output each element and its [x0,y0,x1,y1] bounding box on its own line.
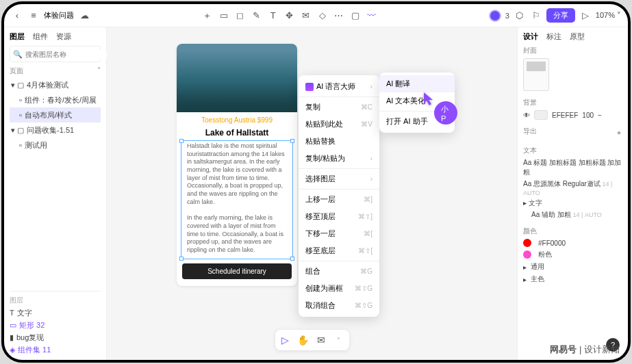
cursor-icon [423,92,435,109]
pen-icon[interactable]: ✎ [251,10,263,22]
component-icon[interactable]: ◇ [316,10,329,22]
tab-annotate[interactable]: 标注 [546,31,561,42]
tab-components[interactable]: 组件 [33,31,48,42]
bg-label: 背景 [523,98,622,107]
tree-folder[interactable]: ▾ ▢ 4月体验测试 [10,77,101,92]
right-tabs: 设计 标注 原型 [523,31,622,42]
ctx-move-top[interactable]: 移至顶层⌘⇧] [299,208,379,225]
tree-item[interactable]: ▫ 测试用 [10,138,101,153]
comment-icon[interactable]: ✉ [300,10,312,22]
ctx-copy-paste-as[interactable]: 复制/粘贴为› [299,150,379,167]
color-item[interactable]: #FF0000 [523,239,622,247]
color-group[interactable]: ▸ 主色 [523,274,622,284]
comment-tool-icon[interactable]: ✉ [314,333,329,348]
ctx-ai-master[interactable]: AI 语言大师› [299,78,379,95]
search-icon: 🔍 [13,48,23,60]
move-icon[interactable]: ✥ [283,10,296,22]
layer-item[interactable]: ▭矩形 32 [10,319,101,331]
text-style[interactable]: Aa 辅助 加粗 14 | AUTO [523,210,622,220]
left-panel: 图层 组件 资源 🔍 ⧉ 页面 ˅ ▾ ▢ 4月体验测试 ▫ 组件：春玲/发长/… [4,27,107,360]
topbar: ‹ ≡ 体验问题 ☁ ＋ ▭ ◻ ✎ T ✥ ✉ ◇ ⋯ ▢ 〰 3 ⬡ ⚐ 分… [4,4,628,27]
color-item[interactable]: 粉色 [523,250,622,259]
add-icon[interactable]: ＋ [201,10,214,22]
card-button[interactable]: Scheduled itinerary [182,263,292,279]
menu-icon[interactable]: ≡ [27,10,40,22]
layer-list: 图层 T文字 ▭矩形 32 ▮bug复现 ◈组件集 11 [10,291,101,356]
tab-assets[interactable]: 资源 [56,31,71,42]
add-export-icon[interactable]: ＋ [616,128,622,138]
canvas[interactable]: Toesstong Austria $999 Lake of Hallstatt… [107,27,517,360]
cursor-label: 小P [434,101,457,125]
layer-item[interactable]: ◈组件集 11 [10,343,101,356]
card-title: Lake of Hallstatt [177,128,297,138]
colors-label: 颜色 [523,226,622,236]
tree-item[interactable]: ▫ 组件：春玲/发长/周展 [10,92,101,107]
context-menu: AI 语言大师› 复制⌘C 粘贴到此处⌘V 粘贴替换 复制/粘贴为› 选择图层›… [299,75,379,317]
user-count: 3 [505,12,509,20]
tab-design[interactable]: 设计 [523,31,538,42]
marker-icon[interactable]: ⬡ [514,10,526,22]
layer-tree: ▾ ▢ 4月体验测试 ▫ 组件：春玲/发长/周展 ▫ 自动布局/样式 ▾ ▢ 问… [10,77,101,291]
pin-icon[interactable]: ⚐ [530,10,542,22]
layer-item[interactable]: ▮bug复现 [10,331,101,343]
right-panel: 设计 标注 原型 封面 背景 👁 EFEFEF 100 − 导出＋ [517,27,628,360]
ctx-paste-replace[interactable]: 粘贴替换 [299,133,379,150]
text-style[interactable]: Aa 思源黑体 Regular邀试 14 | AUTO [523,179,622,196]
card-body-selected[interactable]: Halstadt lake is the most spiritual tour… [181,140,293,259]
text-icon[interactable]: T [267,10,279,22]
frame-icon[interactable]: ▭ [218,10,230,22]
bg-opacity[interactable]: 100 [582,112,594,119]
pages-label: 页面 [10,66,23,76]
artboard-card[interactable]: Toesstong Austria $999 Lake of Hallstatt… [177,44,297,286]
ai-icon[interactable]: 〰 [366,10,378,22]
ctx-group[interactable]: 组合⌘G [299,263,379,280]
ctx-move-up[interactable]: 上移一层⌘] [299,191,379,208]
ctx-move-down[interactable]: 下移一层⌘[ [299,225,379,242]
remove-icon[interactable]: − [598,112,602,119]
ctx-make-frame[interactable]: 创建为画框⌘⇧G [299,280,379,297]
card-image [177,44,297,112]
search-input[interactable]: 🔍 ⧉ [10,46,101,62]
card-subtitle: Toesstong Austria $999 [181,116,293,124]
tab-layers[interactable]: 图层 [10,31,25,42]
avatar[interactable] [489,10,501,22]
ctx-ungroup[interactable]: 取消组合⌘⇧G [299,297,379,314]
canvas-icon[interactable]: ▢ [349,10,362,22]
ctx-select-layer[interactable]: 选择图层› [299,170,379,187]
watermark: 网易号 | 设计新知 [550,343,620,356]
layer-item[interactable]: T文字 [10,307,101,319]
share-button[interactable]: 分享 [546,8,575,23]
ctx-move-bottom[interactable]: 移至底层⌘⇧[ [299,242,379,259]
export-label: 导出 [523,127,537,136]
text-sub-label: ▸ 文字 [523,198,622,208]
tab-proto[interactable]: 原型 [570,31,585,42]
cover-label: 封面 [523,46,622,55]
cloud-icon: ☁ [78,10,90,22]
zoom-level[interactable]: 107% ˅ [596,11,621,20]
bottom-toolbar: ▷ ✋ ✉ ˅ [275,330,349,350]
pages-toggle[interactable]: ˅ [97,66,101,76]
ctx-paste-here[interactable]: 粘贴到此处⌘V [299,116,379,133]
more-icon[interactable]: ⋯ [333,10,345,22]
hand-tool-icon[interactable]: ✋ [296,333,311,348]
back-icon[interactable]: ‹ [11,10,23,22]
doc-title[interactable]: 体验问题 [44,10,74,21]
tree-item-selected[interactable]: ▫ 自动布局/样式 [10,107,101,122]
text-style[interactable]: Aa 标题 加粗标题 加粗标题 加加粗 [523,158,622,177]
text-label: 文本 [523,146,622,155]
visibility-icon[interactable]: 👁 [523,112,530,119]
shape-icon[interactable]: ◻ [234,10,247,22]
tree-folder[interactable]: ▾ ▢ 问题收集-1.51 [10,122,101,138]
bg-swatch[interactable] [534,110,548,120]
left-tabs: 图层 组件 资源 [10,31,101,42]
cursor-tool-icon[interactable]: ▷ [278,333,293,348]
tool-chevron-icon[interactable]: ˅ [331,333,346,348]
color-group[interactable]: ▸ 通用 [523,262,622,272]
play-icon[interactable]: ▷ [579,10,592,22]
cover-thumb[interactable] [523,58,549,91]
bg-color[interactable]: EFEFEF [552,112,578,119]
ctx-copy[interactable]: 复制⌘C [299,99,379,116]
ctx-ai-translate[interactable]: AI 翻译 [379,75,455,92]
